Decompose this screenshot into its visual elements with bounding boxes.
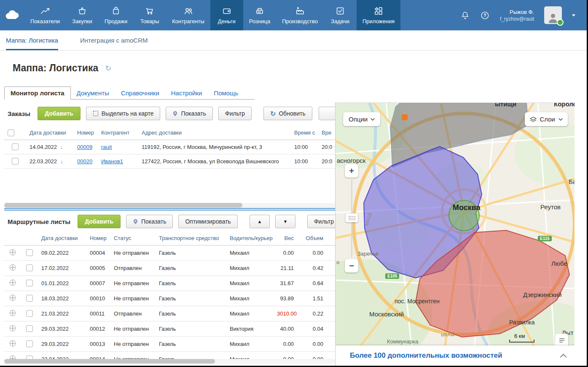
orders-more-button[interactable] [319, 107, 335, 120]
routes-filter-button[interactable]: Фильтр [307, 215, 335, 228]
moysklad-logo[interactable] [0, 0, 24, 30]
expand-icon[interactable] [9, 294, 16, 301]
nav-item-goods[interactable]: Товары [133, 0, 166, 30]
check-square-icon [335, 6, 345, 16]
route-row[interactable]: 09.02.2022 00004 Не отправлен Газель Мих… [4, 245, 335, 260]
map-canvas[interactable]: имки асногорск Москва Реутов Ба Заречье … [336, 103, 575, 345]
orders-refresh-button[interactable]: ↻ Обновить [263, 107, 312, 120]
expand-icon[interactable] [9, 264, 16, 271]
avatar[interactable] [544, 6, 562, 24]
map-options-button[interactable]: Опции [343, 112, 380, 126]
expand-icon[interactable] [9, 249, 16, 256]
orders-filter-button[interactable]: Фильтр [218, 107, 252, 120]
orders-show-button[interactable]: Показать [166, 107, 213, 120]
col-date[interactable]: Дата доставки [38, 232, 86, 245]
tab-settings[interactable]: Настройки [165, 87, 208, 99]
route-row[interactable]: 17.02.2022 00005 Отправлен Газель Михаил… [4, 260, 335, 275]
nav-item-production[interactable]: Производство [276, 0, 324, 30]
chevron-up-icon[interactable] [560, 354, 567, 360]
col-vehicle[interactable]: Транспортное средство [156, 232, 226, 245]
col-date[interactable]: Дата доставки [26, 126, 74, 140]
move-up-button[interactable]: ▲ [250, 215, 270, 228]
nav-item-retail[interactable]: Розница [243, 0, 276, 30]
app-tab-amocrm[interactable]: Интеграция с amoCRM [80, 30, 148, 50]
col-address[interactable]: Адрес доставки [138, 126, 291, 140]
row-checkbox[interactable] [26, 340, 33, 347]
route-driver: Михаил [226, 260, 274, 275]
zoom-in-button[interactable]: + [345, 164, 358, 178]
map-scale-label: 6 км [514, 333, 525, 339]
col-number[interactable]: Номер [86, 232, 110, 245]
col-driver[interactable]: Водитель/курьер [226, 232, 274, 245]
routes-add-button[interactable]: Добавить [78, 215, 121, 228]
order-contractor-link[interactable]: rauit [101, 144, 112, 150]
nav-item-money[interactable]: Деньги [210, 0, 243, 30]
nav-label: Приложения [362, 18, 395, 24]
scrollbar-thumb[interactable] [4, 359, 215, 364]
tab-monitor[interactable]: Монитор логиста [4, 86, 71, 100]
page-title: Маппа: Логистика [13, 62, 98, 74]
nav-item-purchases[interactable]: Закупки [66, 0, 99, 30]
nav-item-tasks[interactable]: Задачи [324, 0, 357, 30]
route-row[interactable]: 21.03.2022 00011 Отправлен Газель Михаил… [4, 306, 335, 321]
route-row[interactable]: 01.01.2022 00007 Не отправлен Газель Мих… [4, 275, 335, 291]
layers-icon [530, 116, 537, 122]
row-checkbox[interactable] [26, 310, 33, 317]
move-down-button[interactable]: ▼ [275, 215, 295, 228]
row-checkbox[interactable] [26, 249, 33, 256]
col-status[interactable]: Статус [110, 232, 156, 245]
row-checkbox[interactable] [26, 295, 33, 302]
nav-label: Производство [282, 18, 318, 24]
app-tab-mappa[interactable]: Маппа: Логистика [6, 30, 58, 50]
refresh-icon[interactable]: ↻ [105, 64, 111, 73]
nav-item-sales[interactable]: Продажи [99, 0, 133, 30]
orders-add-button[interactable]: Добавить [38, 107, 81, 120]
expand-icon[interactable] [9, 279, 16, 286]
order-number-link[interactable]: 00020 [77, 158, 92, 165]
col-volume[interactable]: Объем [297, 232, 327, 245]
routes-optimize-button[interactable]: Оптимизировать [178, 215, 237, 228]
orders-horizontal-scrollbar[interactable] [4, 203, 335, 208]
notifications-button[interactable] [460, 11, 470, 20]
route-row[interactable]: 18.03.2022 00010 Не отправлен Газель Мих… [4, 291, 335, 306]
row-checkbox[interactable] [26, 264, 33, 271]
orders-select-on-map-button[interactable]: Выделить на карте [86, 107, 161, 120]
order-row[interactable]: 14.04.2022↓ 00009 rauit 119192, Россия, … [4, 140, 335, 154]
tab-directories[interactable]: Справочники [115, 87, 165, 99]
expand-icon[interactable] [9, 325, 16, 332]
order-row[interactable]: 22.03.2022↓ 00020 Иванов1 127422, Россия… [4, 154, 335, 168]
expand-icon[interactable] [9, 310, 16, 316]
row-checkbox[interactable] [12, 158, 19, 165]
nav-item-indicators[interactable]: Показатели [24, 0, 66, 30]
help-button[interactable]: ? [480, 11, 490, 20]
col-time-to[interactable]: Вре [318, 126, 335, 140]
route-row[interactable]: 29.03.2022 00013 Не отправлен Газель Мих… [4, 336, 335, 351]
route-weight: 31.67 [274, 275, 297, 291]
row-checkbox[interactable] [26, 325, 33, 332]
order-number-link[interactable]: 00009 [77, 144, 92, 150]
scrollbar-thumb[interactable] [4, 203, 242, 208]
tab-documents[interactable]: Документы [71, 87, 115, 99]
routes-show-button[interactable]: Показать [126, 215, 173, 228]
zoom-slider-handle[interactable] [346, 213, 358, 222]
row-checkbox[interactable] [26, 280, 33, 286]
col-contractor[interactable]: Контрагент [98, 126, 138, 140]
col-weight[interactable]: Вес [274, 232, 297, 245]
tab-help[interactable]: Помощь [208, 87, 244, 99]
map-layers-button[interactable]: Слои [525, 112, 568, 126]
select-all-checkbox[interactable] [8, 130, 14, 136]
order-contractor-link[interactable]: Иванов1 [101, 158, 123, 165]
ruler-button[interactable] [555, 334, 568, 345]
col-number[interactable]: Номер [74, 126, 98, 140]
user-menu[interactable]: Рыжов Ф. f_ryzhov@rauit [500, 9, 534, 22]
route-driver: Михаил [226, 245, 274, 260]
expand-icon[interactable] [9, 340, 16, 347]
nav-item-contractors[interactable]: Контрагенты [166, 0, 210, 30]
row-checkbox[interactable] [12, 143, 19, 150]
routes-horizontal-scrollbar[interactable] [4, 359, 335, 364]
zoom-out-button[interactable]: − [345, 259, 358, 273]
route-row[interactable]: 29.03.2022 00012 Не отправлен Газель Вик… [4, 321, 335, 336]
user-menu-caret-icon[interactable] [572, 14, 575, 16]
col-time-from[interactable]: Время с [291, 126, 318, 140]
nav-item-apps[interactable]: Приложения [357, 0, 400, 30]
